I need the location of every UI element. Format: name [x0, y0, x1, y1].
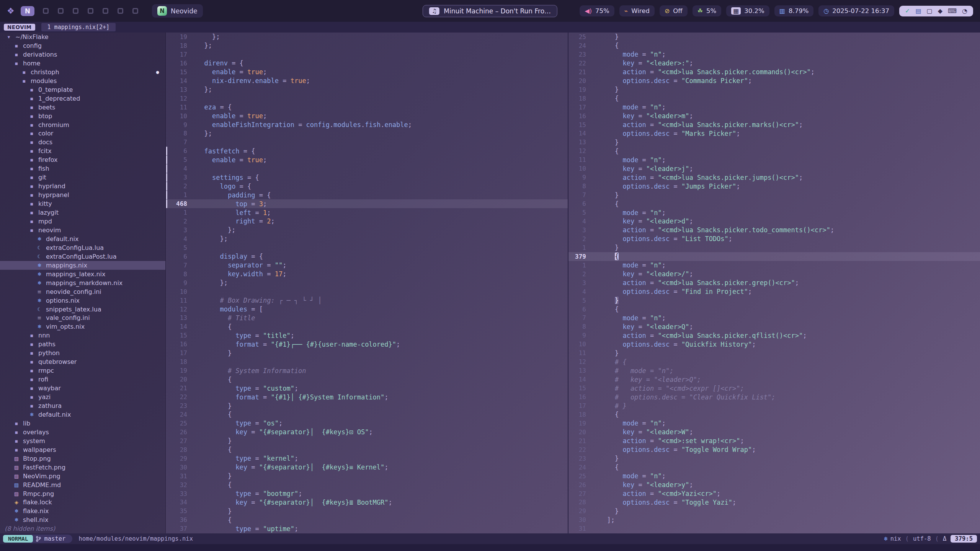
- code-line[interactable]: 8 };: [166, 129, 568, 138]
- code-line[interactable]: 36 {: [166, 515, 568, 524]
- battery-module[interactable]: ☘5%: [693, 5, 722, 16]
- code-line[interactable]: 29 }: [568, 507, 980, 515]
- tree-item[interactable]: ◈flake.lock: [0, 498, 165, 507]
- code-line[interactable]: 27 action = "<cmd>Yazi<cr>";: [568, 489, 980, 498]
- code-line[interactable]: 15 # action = "<cmd>cexpr []<cr>";: [568, 384, 980, 393]
- tree-item[interactable]: ▪python: [0, 349, 165, 357]
- tree-item[interactable]: ☾snippets_latex.lua: [0, 305, 165, 314]
- tree-item[interactable]: ▪git: [0, 173, 165, 182]
- tree-item[interactable]: ▪fish: [0, 164, 165, 173]
- tree-item[interactable]: ❄shell.nix: [0, 515, 165, 524]
- code-line[interactable]: 13 # Title: [166, 314, 568, 323]
- tree-item[interactable]: ❄mappings.nix: [0, 261, 165, 270]
- tree-item[interactable]: ▪christoph●: [0, 68, 165, 77]
- code-line[interactable]: 2 options.desc = "List TODOs";: [568, 235, 980, 243]
- tree-item[interactable]: ▪hyprland: [0, 182, 165, 191]
- tree-item[interactable]: ▨FastFetch.png: [0, 463, 165, 472]
- tree-item[interactable]: ❄options.nix: [0, 296, 165, 305]
- tree-item[interactable]: ▪home: [0, 59, 165, 68]
- code-line[interactable]: 2 key = "<leader>/";: [568, 270, 980, 279]
- code-line[interactable]: 16 # options.desc = "Clear Quickfix List…: [568, 393, 980, 401]
- code-line[interactable]: 28 options.desc = "Toggle Yazi";: [568, 498, 980, 507]
- code-line[interactable]: 24 {: [568, 41, 980, 50]
- code-line[interactable]: 15 enable = true;: [166, 68, 568, 77]
- keyboard-icon[interactable]: ⌨: [948, 8, 957, 14]
- code-line[interactable]: 1 }: [568, 243, 980, 252]
- code-line[interactable]: 16 key = "<leader>m";: [568, 112, 980, 121]
- code-line[interactable]: 12 modules = [: [166, 305, 568, 314]
- code-line[interactable]: 1 padding = {: [166, 191, 568, 199]
- code-line[interactable]: 7 separator = "";: [166, 261, 568, 270]
- code-line[interactable]: 9 action = "<cmd>lua Snacks.picker.jumps…: [568, 173, 980, 182]
- code-line[interactable]: 26 key = "{#separator}│ {#keys}⊡ OS";: [166, 428, 568, 437]
- tree-item[interactable]: ▪modules: [0, 77, 165, 85]
- music-player-module[interactable]: ♫ Minuit Machine – Don't Run Fro…: [423, 5, 557, 17]
- code-line[interactable]: 18 };: [166, 41, 568, 50]
- code-line[interactable]: 12 {: [568, 147, 980, 155]
- network-module[interactable]: ⌁Wired: [619, 5, 655, 16]
- code-line[interactable]: 4 key = "<leader>d";: [568, 217, 980, 226]
- code-line[interactable]: 14 # key = "<leader>Q";: [568, 375, 980, 384]
- tree-item[interactable]: ▪derivations: [0, 50, 165, 59]
- tree-item[interactable]: ▤README.md: [0, 481, 165, 489]
- tree-item[interactable]: ▪neovim: [0, 226, 165, 235]
- code-line[interactable]: 22 key = "<leader>:";: [568, 59, 980, 68]
- tree-item[interactable]: (8 hidden items): [0, 524, 165, 533]
- tree-item[interactable]: ▪system: [0, 437, 165, 445]
- tree-item[interactable]: ≡neovide_config.ini: [0, 287, 165, 296]
- code-line[interactable]: 21 type = "custom";: [166, 384, 568, 393]
- tree-item[interactable]: ▪config: [0, 41, 165, 50]
- code-line[interactable]: 12 # {: [568, 357, 980, 366]
- tree-item[interactable]: ▨Btop.png: [0, 454, 165, 463]
- tree-item[interactable]: ☾extraConfigLuaPost.lua: [0, 252, 165, 261]
- tree-item[interactable]: ▪paths: [0, 340, 165, 349]
- code-line[interactable]: 24 {: [166, 410, 568, 419]
- code-line[interactable]: 5 mode = "n";: [568, 208, 980, 217]
- notifications-module[interactable]: ⊘Off: [660, 5, 688, 16]
- code-line[interactable]: 22 options.desc = "Toggle Word Wrap";: [568, 445, 980, 454]
- tree-item[interactable]: ▪1_deprecated: [0, 94, 165, 103]
- code-line[interactable]: 20 key = "<leader>W";: [568, 428, 980, 437]
- tree-item[interactable]: ❄flake.nix: [0, 507, 165, 515]
- code-line[interactable]: 33 type = "bootmgr";: [166, 489, 568, 498]
- code-line[interactable]: 21 action = "<cmd>lua Snacks.picker.comm…: [568, 68, 980, 77]
- code-line[interactable]: 6 {: [568, 199, 980, 208]
- tree-item[interactable]: ▪rmpc: [0, 366, 165, 375]
- tree-item[interactable]: ▨Rmpc.png: [0, 489, 165, 498]
- tree-item[interactable]: ▪overlays: [0, 428, 165, 437]
- code-line[interactable]: 5 }: [568, 296, 980, 305]
- code-line[interactable]: 30 ];: [568, 515, 980, 524]
- code-line[interactable]: 9 };: [166, 279, 568, 287]
- code-line[interactable]: 19 };: [166, 33, 568, 41]
- workspace-button-active[interactable]: N: [21, 6, 34, 16]
- code-line[interactable]: 4 options.desc = "Find in Project";: [568, 287, 980, 296]
- code-line[interactable]: 25 mode = "n";: [568, 472, 980, 481]
- code-line[interactable]: 8 options.desc = "Jumps Picker";: [568, 182, 980, 191]
- code-line[interactable]: 19 # System Information: [166, 366, 568, 375]
- code-line[interactable]: 7 mode = "n";: [568, 314, 980, 323]
- tree-item[interactable]: ▨NeoVim.png: [0, 472, 165, 481]
- code-line[interactable]: 11 mode = "n";: [568, 155, 980, 164]
- cpu-module[interactable]: ▦30.2%: [726, 5, 769, 16]
- code-line[interactable]: 28 {: [166, 445, 568, 454]
- volume-module[interactable]: ◀)75%: [580, 5, 614, 16]
- code-line[interactable]: 10 options.desc = "Quickfix History";: [568, 340, 980, 349]
- code-line[interactable]: 468 top = 3;: [166, 199, 568, 208]
- code-line[interactable]: 19 mode = "n";: [568, 419, 980, 428]
- code-line[interactable]: 13 };: [166, 85, 568, 94]
- code-line[interactable]: 11 }: [568, 349, 980, 357]
- tree-item[interactable]: ▪hyprpanel: [0, 191, 165, 199]
- code-line[interactable]: 10 key = "<leader>j";: [568, 164, 980, 173]
- tree-item[interactable]: ▪firefox: [0, 155, 165, 164]
- workspace-button[interactable]: [43, 8, 49, 14]
- tree-item[interactable]: ☾extraConfigLua.lua: [0, 243, 165, 252]
- tree-item[interactable]: ▪rofi: [0, 375, 165, 384]
- code-line[interactable]: 32 {: [166, 481, 568, 489]
- check-icon[interactable]: ✓: [905, 8, 910, 14]
- workspace-button[interactable]: [73, 8, 78, 14]
- code-line[interactable]: 9 action = "<cmd>lua Snacks.picker.qflis…: [568, 331, 980, 340]
- tree-item[interactable]: ▪kitty: [0, 199, 165, 208]
- code-line[interactable]: 10 enable = true;: [166, 112, 568, 121]
- code-line[interactable]: 31: [568, 524, 980, 533]
- code-line[interactable]: 1 mode = "n";: [568, 261, 980, 270]
